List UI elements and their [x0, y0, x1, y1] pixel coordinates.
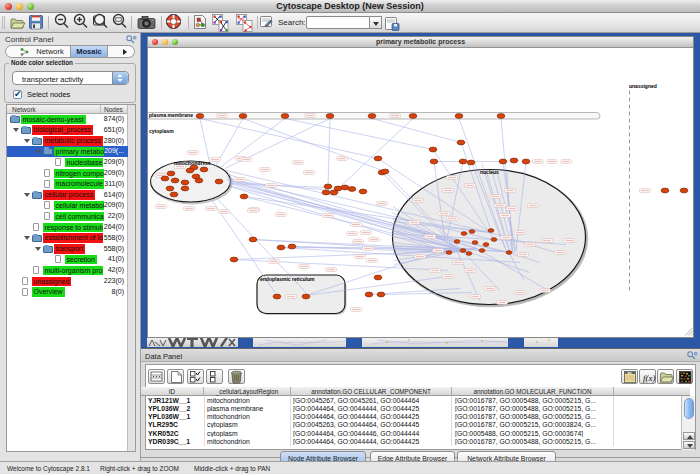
- svg-text:unassigned: unassigned: [629, 82, 657, 88]
- svg-text:endoplasmic reticulum: endoplasmic reticulum: [260, 276, 315, 282]
- svg-text:nucleus: nucleus: [480, 168, 499, 174]
- svg-text:cytoplasm: cytoplasm: [149, 127, 174, 133]
- svg-text:plasma membrane: plasma membrane: [149, 112, 193, 118]
- svg-text:f(x): f(x): [643, 373, 656, 383]
- svg-text:mitochondrion: mitochondrion: [174, 160, 210, 166]
